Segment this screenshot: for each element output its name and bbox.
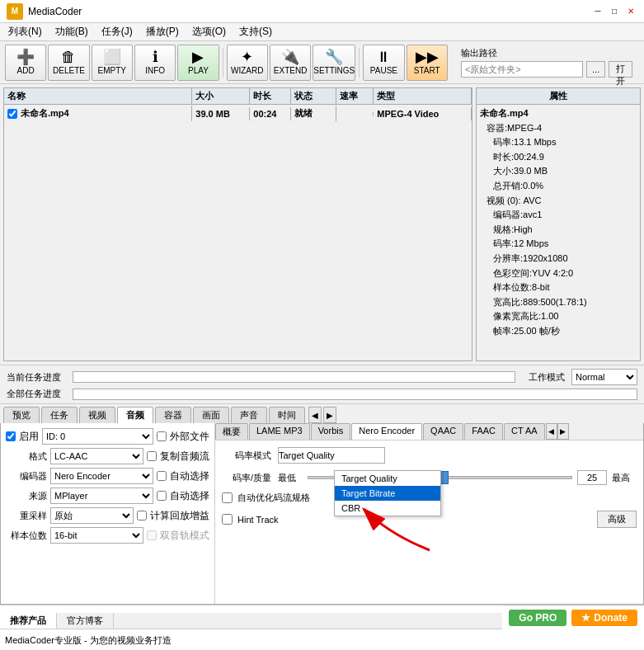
file-name-cell: 未命名.mp4	[4, 106, 192, 121]
resample-select[interactable]: 原始	[50, 507, 134, 524]
enable-id-select[interactable]: ID: 0	[42, 428, 153, 445]
audio-right-panel: 概要 LAME MP3 Vorbis Nero Encoder QAAC FAA…	[215, 423, 643, 604]
menu-play[interactable]: 播放(P)	[141, 23, 184, 40]
app-logo: M	[7, 3, 23, 20]
quality-value-input[interactable]: 25	[577, 470, 607, 485]
info-label: INFO	[145, 66, 165, 75]
pause-button[interactable]: ⏸ PAUSE	[363, 45, 404, 81]
tab-video[interactable]: 视频	[79, 407, 115, 423]
audio-tab-nero[interactable]: Nero Encoder	[351, 423, 422, 440]
close-button[interactable]: ✕	[624, 5, 637, 18]
audio-tab-overview[interactable]: 概要	[215, 423, 248, 440]
bitrate-mode-select[interactable]: Target Quality	[278, 447, 385, 464]
properties-header: 属性	[477, 88, 640, 105]
audio-tab-prev[interactable]: ◀	[546, 423, 557, 440]
audio-tab-lame[interactable]: LAME MP3	[249, 423, 310, 440]
browse-button[interactable]: ...	[586, 61, 605, 78]
source-row: 来源 MPlayer 自动选择	[6, 488, 209, 504]
settings-button[interactable]: 🔧 SETTINGS	[313, 45, 355, 81]
properties-panel: 属性 未命名.mp4 容器:MPEG-4 码率:13.1 Mbps 时长:00:…	[476, 87, 641, 361]
recommend-tab-blog[interactable]: 官方博客	[57, 613, 114, 629]
source-select[interactable]: MPlayer	[50, 488, 153, 504]
wizard-button[interactable]: ✦ WIZARD	[227, 45, 268, 81]
workmode-label: 工作模式	[529, 371, 565, 384]
menu-list[interactable]: 列表(N)	[3, 23, 47, 40]
maximize-button[interactable]: □	[608, 5, 621, 18]
table-row[interactable]: 未命名.mp4 39.0 MB 00:24 就绪 MPEG-4 Video	[4, 105, 472, 123]
resample-row: 重采样 原始 计算回放增益	[6, 507, 209, 524]
info-button[interactable]: ℹ INFO	[134, 45, 176, 81]
minimize-button[interactable]: ─	[591, 5, 604, 18]
prop-dar: 宽高比:889:500(1.78:1)	[480, 295, 637, 310]
delete-button[interactable]: 🗑 DELETE	[48, 45, 89, 81]
quality-min-label: 最低	[278, 472, 303, 484]
recommend-tab-products[interactable]: 推荐产品	[0, 613, 57, 629]
auto-optimize-checkbox[interactable]	[222, 492, 233, 503]
start-button[interactable]: ▶▶ START	[407, 45, 448, 81]
menu-task[interactable]: 任务(J)	[96, 23, 138, 40]
auto-select2-checkbox[interactable]	[157, 491, 167, 501]
donate-label: Donate	[594, 612, 628, 624]
format-row: 格式 LC-AAC 复制音频流	[6, 448, 209, 464]
col-speed: 速率	[336, 88, 374, 104]
prop-bitdepth: 样本位数:8-bit	[480, 280, 637, 295]
donate-button[interactable]: ★ Donate	[571, 610, 637, 626]
tab-sound[interactable]: 声音	[231, 407, 267, 423]
audio-tab-vorbis[interactable]: Vorbis	[311, 423, 351, 440]
col-name: 名称	[4, 88, 192, 104]
menu-options[interactable]: 选项(O)	[187, 23, 231, 40]
encoder-select[interactable]: Nero Encoder	[50, 468, 153, 484]
calc-gain-checkbox[interactable]	[137, 511, 147, 520]
audio-tab-qaac[interactable]: QAAC	[423, 423, 463, 440]
wizard-label: WIZARD	[231, 66, 263, 75]
quality-slider-thumb[interactable]	[440, 471, 449, 484]
format-select[interactable]: LC-AAC	[50, 448, 143, 464]
workmode-select[interactable]: NormalBatchWatch	[571, 369, 637, 385]
enable-checkbox[interactable]	[6, 431, 16, 441]
start-icon: ▶▶	[416, 49, 439, 64]
copy-stream-checkbox[interactable]	[147, 451, 157, 461]
tabs-next-arrow[interactable]: ▶	[323, 407, 336, 423]
tab-task[interactable]: 任务	[41, 407, 78, 423]
audio-tab-next[interactable]: ▶	[557, 423, 569, 440]
bitrate-mode-label: 码率模式	[222, 450, 271, 462]
advanced-button[interactable]: 高级	[597, 511, 637, 528]
bitdepth-select[interactable]: 16-bit	[50, 527, 143, 544]
menu-function[interactable]: 功能(B)	[50, 23, 93, 40]
recommend-item-1[interactable]: MediaCoder专业版 - 为您的视频业务打造	[5, 633, 639, 649]
enable-label: 启用	[19, 430, 39, 444]
open-folder-button[interactable]: 打开	[609, 61, 632, 78]
tab-picture[interactable]: 画面	[193, 407, 229, 423]
hint-track-checkbox[interactable]	[222, 514, 233, 525]
dropdown-item-cbr[interactable]: CBR	[335, 501, 440, 516]
title-left: M MediaCoder	[7, 3, 82, 20]
dropdown-item-bitrate[interactable]: Target Bitrate	[335, 486, 440, 501]
tab-audio[interactable]: 音频	[117, 407, 153, 423]
source-label: 来源	[6, 490, 47, 502]
encoder-label: 编码器	[6, 470, 47, 483]
auto-select1-checkbox[interactable]	[157, 471, 167, 481]
pause-icon: ⏸	[376, 49, 391, 64]
progress-section: 当前任务进度 工作模式 NormalBatchWatch 全部任务进度	[0, 365, 644, 403]
tabs-prev-arrow[interactable]: ◀	[308, 407, 322, 423]
external-file-checkbox[interactable]	[157, 431, 167, 441]
tab-container[interactable]: 容器	[155, 407, 191, 423]
output-path-input[interactable]	[461, 61, 583, 78]
dualmono-checkbox[interactable]	[147, 530, 157, 540]
prop-resolution: 分辨率:1920x1080	[480, 252, 637, 266]
menu-support[interactable]: 支持(S)	[234, 23, 277, 40]
audio-tab-faac[interactable]: FAAC	[464, 423, 503, 440]
add-button[interactable]: ➕ ADD	[5, 45, 46, 81]
dropdown-item-quality[interactable]: Target Quality	[335, 471, 440, 486]
file-status-cell: 就绪	[291, 106, 336, 121]
play-button[interactable]: ▶ PLAY	[177, 45, 219, 81]
empty-button[interactable]: ⬜ EMPTY	[92, 45, 133, 81]
audio-tab-ctaa[interactable]: CT AA	[504, 423, 545, 440]
file-checkbox[interactable]	[7, 109, 17, 119]
delete-icon: 🗑	[61, 49, 76, 64]
gopro-button[interactable]: Go PRO	[509, 610, 566, 626]
tab-time[interactable]: 时间	[269, 407, 305, 423]
extend-button[interactable]: 🔌 EXTEND	[270, 45, 311, 81]
bitrate-quality-label: 码率/质量	[222, 472, 271, 484]
tab-preview[interactable]: 预览	[3, 407, 40, 423]
